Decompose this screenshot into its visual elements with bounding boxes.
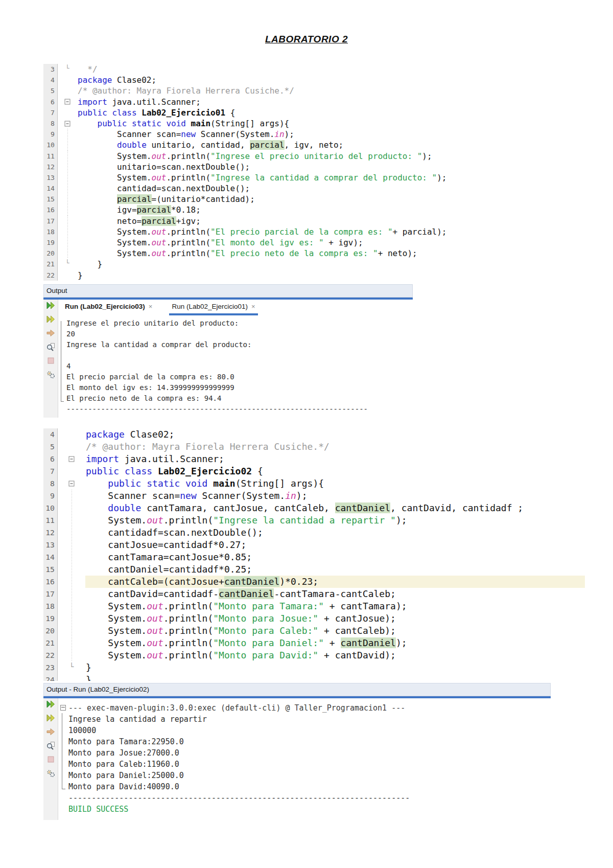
output-console[interactable]: --- exec-maven-plugin:3.0.0:exec (defaul… — [58, 698, 551, 819]
find-in-output-icon[interactable] — [46, 343, 55, 351]
code-text[interactable]: cantDaniel=cantidadf*0.25; — [85, 563, 585, 576]
line-number: 16 — [43, 576, 58, 588]
code-token: .println( — [163, 637, 214, 648]
fold-margin — [58, 649, 85, 661]
code-text[interactable]: double unitario, cantidad, parcial, igv,… — [77, 140, 572, 150]
code-text[interactable]: System.out.println("Monto para Tamara:" … — [85, 600, 585, 612]
code-line: 14 cantidad=scan.nextDouble(); — [43, 183, 572, 194]
code-token: cantDaniel — [224, 576, 279, 587]
code-line: 6import java.util.Scanner; — [43, 97, 572, 107]
code-text[interactable]: double cantTamara, cantJosue, cantCaleb,… — [85, 502, 585, 514]
rerun-icon[interactable] — [46, 700, 55, 709]
code-text[interactable]: } — [77, 259, 572, 269]
code-text[interactable]: cantidadf=scan.nextDouble(); — [85, 527, 585, 539]
code-text[interactable]: } — [85, 661, 585, 674]
code-text[interactable]: igv=parcial*0.18; — [77, 204, 572, 215]
code-token: } — [78, 270, 83, 280]
code-token: neto= — [78, 216, 142, 226]
code-token: .println( — [163, 625, 214, 636]
code-token: + — [324, 637, 341, 648]
code-token: (String[] args){ — [235, 478, 324, 489]
code-text[interactable]: public class Lab02_Ejercicio02 { — [85, 465, 585, 477]
code-text[interactable]: System.out.println("Ingrese el precio un… — [77, 151, 572, 162]
code-text[interactable]: package Clase02; — [77, 75, 572, 85]
code-text[interactable]: neto=parcial+igv; — [77, 216, 572, 226]
code-fold-icon[interactable] — [58, 118, 77, 129]
code-text[interactable]: System.out.println("Ingrese la cantidad … — [77, 172, 572, 183]
code-line: 13 cantJosue=cantidadf*0.27; — [43, 539, 585, 551]
code-line: 15 cantDaniel=cantidadf*0.25; — [43, 563, 585, 576]
rerun-alt-icon[interactable] — [46, 315, 55, 324]
code-text[interactable]: cantJosue=cantidadf*0.27; — [85, 539, 585, 551]
close-tab-icon[interactable]: × — [251, 303, 255, 310]
fold-margin — [58, 64, 77, 75]
code-token: out — [147, 515, 163, 526]
code-token: out — [152, 151, 167, 161]
output-tab[interactable]: Run (Lab02_Ejercicio01)× — [169, 300, 257, 315]
code-text[interactable]: System.out.println("Ingrese la cantidad … — [85, 514, 585, 527]
code-token: { — [252, 466, 263, 476]
code-token — [119, 466, 125, 476]
stop-icon[interactable] — [46, 756, 55, 764]
line-number: 18 — [43, 226, 58, 237]
settings-icon[interactable] — [46, 769, 55, 778]
code-text[interactable]: /* @author: Mayra Fiorela Herrera Cusich… — [77, 85, 572, 96]
code-text[interactable]: unitario=scan.nextDouble(); — [77, 162, 572, 172]
code-text[interactable]: /* @author: Mayra Fiorela Herrera Cusich… — [85, 441, 585, 453]
code-text[interactable]: } — [77, 270, 572, 281]
output-line: 4 — [66, 361, 413, 372]
code-fold-icon[interactable] — [58, 97, 77, 107]
fold-margin — [58, 85, 77, 96]
code-token: .println( — [166, 173, 210, 182]
code-text[interactable]: Scanner scan=new Scanner(System.in); — [85, 490, 585, 502]
code-token: .println( — [163, 515, 214, 526]
fold-margin — [58, 502, 85, 514]
code-text[interactable]: cantTamara=cantJosue*0.85; — [85, 551, 585, 563]
code-token: + neto); — [378, 248, 417, 258]
find-in-output-icon[interactable] — [46, 742, 55, 750]
code-token: + parcial); — [393, 227, 447, 237]
stop-icon[interactable] — [46, 357, 55, 365]
code-text[interactable]: public static void main(String[] args){ — [85, 477, 585, 490]
goto-cursor-icon[interactable] — [46, 728, 55, 736]
fold-margin — [58, 216, 77, 226]
code-token — [141, 478, 147, 489]
code-text[interactable]: System.out.println("Monto para David:" +… — [85, 649, 585, 661]
output-fold-icon[interactable] — [60, 705, 66, 711]
output-line: Ingrese la cantidad a repartir — [68, 714, 551, 725]
code-text[interactable]: System.out.println("El monto del igv es:… — [77, 237, 572, 248]
code-text[interactable]: cantidad=scan.nextDouble(); — [77, 183, 572, 194]
code-text[interactable]: import java.util.Scanner; — [85, 453, 585, 465]
rerun-alt-icon[interactable] — [46, 714, 55, 722]
code-text[interactable]: System.out.println("El precio neto de la… — [77, 248, 572, 259]
rerun-icon[interactable] — [46, 302, 55, 310]
code-text[interactable]: cantCaleb=(cantJosue+cantDaniel)*0.23; — [85, 576, 585, 588]
code-text[interactable]: Scanner scan=new Scanner(System.in); — [77, 129, 572, 140]
code-token: System. — [86, 650, 147, 660]
close-tab-icon[interactable]: × — [149, 303, 153, 310]
code-text[interactable]: } — [85, 674, 585, 681]
code-token: igv= — [78, 205, 137, 215]
code-text[interactable]: parcial=(unitario*cantidad); — [77, 194, 572, 204]
output-line: --- exec-maven-plugin:3.0.0:exec (defaul… — [68, 702, 551, 714]
code-line: 16 igv=parcial*0.18; — [43, 204, 572, 215]
settings-icon[interactable] — [46, 371, 55, 379]
code-editor-ejercicio01: 3 */4package Clase02;5/* @author: Mayra … — [43, 64, 572, 281]
goto-cursor-icon[interactable] — [46, 329, 55, 337]
code-text[interactable]: */ — [77, 64, 572, 75]
code-text[interactable]: cantDavid=cantidadf-cantDaniel-cantTamar… — [85, 588, 585, 600]
code-fold-icon[interactable] — [58, 453, 85, 465]
code-text[interactable]: public class Lab02_Ejercicio01 { — [77, 107, 572, 118]
output-tab[interactable]: Run (Lab02_Ejercicio03)× — [62, 300, 155, 315]
output-console[interactable]: Ingrese el precio unitario del producto:… — [58, 315, 413, 418]
code-fold-icon[interactable] — [58, 477, 85, 490]
code-text[interactable]: System.out.println("Monto para Daniel:" … — [85, 637, 585, 649]
fold-margin — [58, 270, 77, 281]
code-text[interactable]: import java.util.Scanner; — [77, 97, 572, 107]
code-text[interactable]: System.out.println("El precio parcial de… — [77, 226, 572, 237]
code-text[interactable]: System.out.println("Monto para Josue:" +… — [85, 612, 585, 625]
code-text[interactable]: package Clase02; — [85, 428, 585, 441]
code-text[interactable]: System.out.println("Monto para Caleb:" +… — [85, 625, 585, 637]
code-token: cantTamara, cantJosue, cantCaleb, — [141, 502, 335, 513]
code-text[interactable]: public static void main(String[] args){ — [77, 118, 572, 129]
